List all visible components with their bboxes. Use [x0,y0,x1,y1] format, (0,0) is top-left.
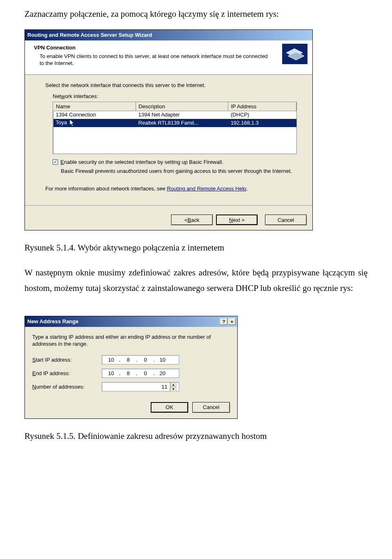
n-text: umber of addresses: [36,384,85,390]
cell-name: 1394 Connection [53,111,136,119]
ip-octet[interactable]: 10 [155,357,170,363]
ni-post: ork interfaces: [65,93,98,99]
spinner: ▲ ▼ [170,382,176,391]
help-button[interactable]: ? [220,318,227,325]
para-intro-1: Zaznaczamy połączenie, za pomocą którego… [24,7,368,22]
cb-accel: E [60,159,64,165]
n-accel: N [32,384,36,390]
enable-firewall-label: Enable security on the selected interfac… [60,159,223,166]
start-ip-input[interactable]: 10. 8. 0. 10 [102,355,179,364]
col-description[interactable]: Description [136,102,228,111]
wizard-title: Routing and Remote Access Server Setup W… [27,32,152,38]
end-ip-label: End IP address: [32,370,102,376]
cancel-button[interactable]: Cancel [192,402,230,413]
ip-octet[interactable]: 10 [104,357,118,363]
col-name[interactable]: Name [53,102,136,111]
help-link[interactable]: Routing and Remote Access Help [167,186,246,192]
wizard-button-row: < Back Next > Cancel [25,211,312,230]
ok-button[interactable]: OK [151,402,188,413]
spinner-down-icon[interactable]: ▼ [170,387,176,391]
wizard-header-title: VPN Connection [34,45,272,51]
wizard-header-sub: To enable VPN clients to connect to this… [40,53,272,67]
s-accel: S [32,357,36,363]
next-button[interactable]: Next > [216,215,258,225]
wizard-header-panel: VPN Connection To enable VPN clients to … [25,40,312,75]
server-icon [277,40,312,75]
more-info-text: For more information about network inter… [45,186,167,192]
n-post: ext > [233,217,245,223]
cell-text: Toya [56,119,67,125]
end-ip-row: End IP address: 10. 8. 0. 20 [32,369,230,378]
wizard-window: Routing and Remote Access Server Setup W… [24,29,313,230]
dialog-title: New Address Range [27,318,78,324]
figure-caption-1: Rysunek 5.1.4. Wybór aktywnego połączeni… [24,243,368,253]
cell-desc: Realtek RTL8139 Famil... [136,119,228,127]
wizard-titlebar: Routing and Remote Access Server Setup W… [25,30,312,40]
enable-firewall-checkbox[interactable]: ✓ [53,159,58,165]
dialog-body: Type a starting IP address and either an… [25,327,237,418]
table-row-selected[interactable]: Toya Realtek RTL8139 Famil... 192.168.1.… [53,119,296,127]
cell-ip: (DHCP) [228,111,296,119]
para-intro-2: W następnym oknie musimy zdefiniować zak… [24,265,368,296]
cell-desc: 1394 Net Adapter [136,111,228,119]
network-interfaces-list[interactable]: Name Description IP Address 1394 Connect… [53,102,297,154]
cell-name: Toya [53,119,136,127]
n-accel: N [229,217,233,223]
close-button[interactable]: × [228,318,236,325]
ip-octet[interactable]: 10 [104,370,118,376]
wizard-body: Select the network interface that connec… [25,75,312,199]
e-text: nd IP address: [36,370,70,376]
num-addresses-input[interactable]: 11 ▲ ▼ [102,382,179,391]
b-accel: B [187,217,191,223]
ip-octet[interactable]: 0 [138,370,153,376]
cursor-icon [70,119,75,127]
ip-octet[interactable]: 8 [121,357,136,363]
network-interfaces-label: Network interfaces: [53,93,298,100]
e-accel: E [32,370,36,376]
more-info: For more information about network inter… [45,186,298,192]
num-addresses-row: Number of addresses: 11 ▲ ▼ [32,382,230,391]
start-ip-row: Start IP address: 10. 8. 0. 10 [32,355,230,364]
start-ip-label: Start IP address: [32,357,102,363]
address-range-dialog: New Address Range ? × Type a starting IP… [24,316,238,419]
select-prompt: Select the network interface that connec… [45,82,298,89]
dialog-titlebar: New Address Range ? × [25,316,237,327]
num-value: 11 [162,384,167,390]
basic-firewall-note: Basic Firewall prevents unauthorized use… [61,168,298,175]
separator [25,205,312,206]
b-post: ack [191,217,199,223]
ip-octet[interactable]: 20 [155,370,170,376]
num-addresses-label: Number of addresses: [32,384,102,390]
ip-octet[interactable]: 0 [138,357,153,363]
cell-ip: 192.168.1.3 [228,119,296,127]
ni-pre: Net [53,93,61,99]
spinner-up-icon[interactable]: ▲ [170,382,176,387]
s-text: tart IP address: [36,357,72,363]
enable-firewall-checkbox-row: ✓ Enable security on the selected interf… [53,159,298,166]
back-button[interactable]: < Back [171,215,213,225]
cb-text: nable security on the selected interface… [64,159,223,165]
figure-caption-2: Rysunek 5.1.5. Definiowanie zakresu adre… [24,431,368,441]
ip-octet[interactable]: 8 [121,370,136,376]
cancel-button[interactable]: Cancel [265,215,307,225]
b-pre: < [185,217,188,223]
col-ip[interactable]: IP Address [228,102,296,111]
dialog-intro: Type a starting IP address and either an… [32,333,230,348]
table-row[interactable]: 1394 Connection 1394 Net Adapter (DHCP) [53,111,296,119]
dialog-button-row: OK Cancel [32,402,230,413]
end-ip-input[interactable]: 10. 8. 0. 20 [102,369,179,378]
ni-accel: w [61,93,65,99]
